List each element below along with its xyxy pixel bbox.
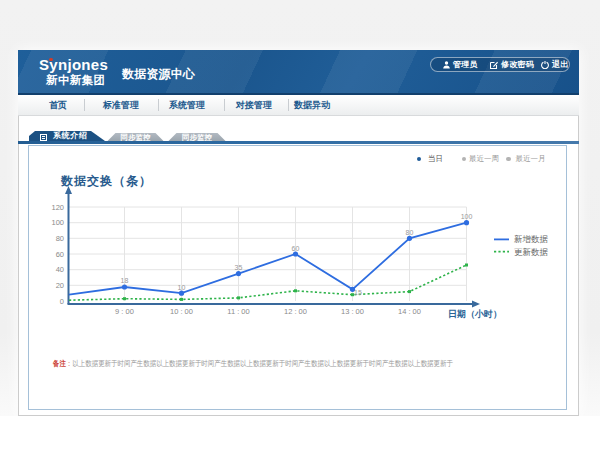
svg-text:14 : 00: 14 : 00 bbox=[398, 307, 421, 316]
svg-text:新增数据: 新增数据 bbox=[514, 234, 549, 244]
svg-text:15: 15 bbox=[354, 289, 362, 296]
svg-text:80: 80 bbox=[56, 234, 64, 243]
svg-text:11 : 00: 11 : 00 bbox=[227, 307, 249, 316]
svg-text:13 : 00: 13 : 00 bbox=[341, 307, 364, 316]
svg-text:20: 20 bbox=[56, 281, 64, 290]
svg-text:18: 18 bbox=[121, 277, 129, 284]
svg-text:10: 10 bbox=[178, 284, 186, 291]
svg-text:日期（小时）: 日期（小时） bbox=[448, 309, 502, 319]
svg-text:100: 100 bbox=[51, 218, 64, 227]
svg-text:9 : 00: 9 : 00 bbox=[115, 307, 134, 316]
svg-text:120: 120 bbox=[51, 203, 64, 212]
svg-text:0: 0 bbox=[60, 297, 64, 306]
svg-text:60: 60 bbox=[56, 250, 64, 259]
svg-text:35: 35 bbox=[235, 264, 243, 271]
svg-text:80: 80 bbox=[406, 229, 414, 236]
svg-text:60: 60 bbox=[292, 245, 300, 252]
svg-text:更新数据: 更新数据 bbox=[514, 247, 549, 257]
svg-text:10 : 00: 10 : 00 bbox=[170, 307, 193, 316]
svg-text:40: 40 bbox=[56, 265, 64, 274]
svg-text:12 : 00: 12 : 00 bbox=[284, 307, 307, 316]
svg-text:100: 100 bbox=[461, 213, 473, 220]
